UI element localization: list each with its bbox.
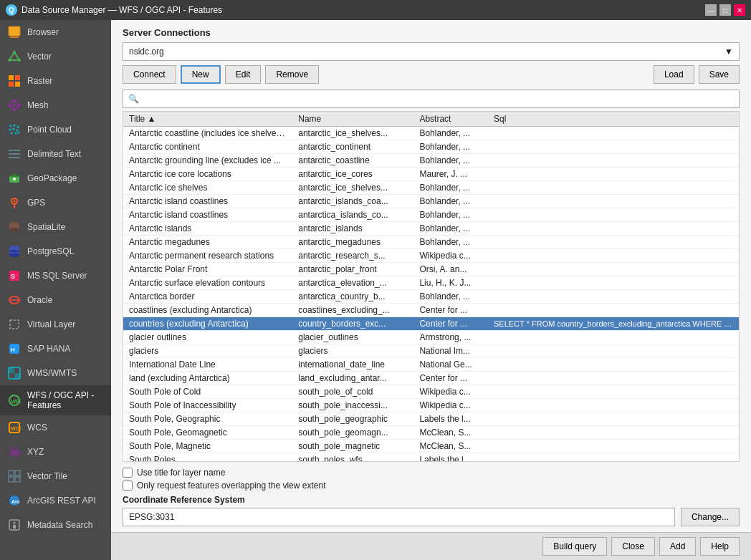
sidebar-item-arcgis[interactable]: ArcArcGIS REST API	[0, 488, 111, 513]
row-name: south_pole_of_cold	[292, 385, 413, 399]
sidebar-item-oracle[interactable]: Oracle	[0, 288, 111, 312]
table-row[interactable]: countries (excluding Antarctica)country_…	[123, 317, 739, 331]
table-row[interactable]: Antarctic island coastlinesantarctica_is…	[123, 208, 739, 222]
table-row[interactable]: South Pole, Geomagneticsouth_pole_geomag…	[123, 426, 739, 440]
sidebar-item-wmswmts[interactable]: WMS/WMTS	[0, 361, 111, 385]
table-row[interactable]: coastlines (excluding Antarctica)coastli…	[123, 304, 739, 317]
table-row[interactable]: Antarctic island coastlinesantarctic_isl…	[123, 195, 739, 208]
sidebar-item-browser[interactable]: Browser	[0, 20, 111, 44]
row-title: South Poles	[123, 453, 292, 463]
use-title-checkbox[interactable]	[123, 468, 133, 478]
build-query-button[interactable]: Build query	[542, 537, 607, 556]
sidebar-item-saphana[interactable]: HSAP HANA	[0, 337, 111, 361]
new-button[interactable]: New	[181, 65, 221, 84]
sidebar-label-mssql: MS SQL Server	[27, 271, 87, 281]
table-row[interactable]: Antarctic Polar Frontantarctic_polar_fro…	[123, 263, 739, 276]
row-abstract: Bohlander, ...	[413, 127, 488, 140]
sidebar-item-vectortile[interactable]: Vector Tile	[0, 464, 111, 488]
sidebar-item-wfsapi[interactable]: WFSWFS / OGC API - Features	[0, 385, 111, 415]
save-button[interactable]: Save	[699, 65, 740, 84]
svg-rect-22	[9, 150, 20, 151]
table-row[interactable]: Antarctic coastline (includes ice shelve…	[123, 127, 739, 140]
col-name[interactable]: Name	[292, 112, 413, 127]
sidebar-item-spatialite[interactable]: SpatiaLite	[0, 215, 111, 239]
sidebar-item-metadata[interactable]: Metadata Search	[0, 513, 111, 537]
remove-button[interactable]: Remove	[265, 65, 319, 84]
help-button[interactable]: Help	[700, 537, 740, 556]
close-button[interactable]: ✕	[734, 4, 745, 16]
section-header: Server Connections	[111, 20, 751, 42]
title-bar: Q Data Source Manager — WFS / OGC API - …	[0, 0, 751, 20]
table-row[interactable]: Antarctica borderantarctica_country_b...…	[123, 290, 739, 304]
row-name: international_date_line	[292, 358, 413, 372]
dropdown-arrow-icon: ▼	[724, 47, 733, 57]
sidebar-item-gps[interactable]: GPS	[0, 190, 111, 215]
only-request-checkbox[interactable]	[123, 481, 133, 491]
svg-rect-0	[9, 26, 20, 36]
sidebar-label-raster: Raster	[27, 76, 52, 86]
metadata-icon	[7, 518, 21, 532]
row-sql	[488, 195, 739, 208]
table-row[interactable]: Antarctic continentantarctic_continentBo…	[123, 140, 739, 154]
saphana-icon: H	[7, 342, 21, 356]
table-row[interactable]: South Pole, Magneticsouth_pole_magneticM…	[123, 440, 739, 453]
sidebar-label-gps: GPS	[27, 198, 45, 208]
table-row[interactable]: South Pole, Geographicsouth_pole_geograp…	[123, 412, 739, 426]
row-sql	[488, 208, 739, 222]
edit-button[interactable]: Edit	[225, 65, 262, 84]
row-sql	[488, 154, 739, 168]
row-abstract: Wikipedia c...	[413, 399, 488, 412]
sidebar-item-postgresql[interactable]: PostgreSQL	[0, 239, 111, 264]
add-button[interactable]: Add	[659, 537, 696, 556]
col-abstract[interactable]: Abstract	[413, 112, 488, 127]
table-row[interactable]: Antarctic ice core locationsantarctic_ic…	[123, 168, 739, 181]
table-row[interactable]: Antarctic grounding line (excludes ice .…	[123, 154, 739, 168]
close-footer-button[interactable]: Close	[611, 537, 655, 556]
svg-point-18	[16, 130, 19, 132]
maximize-button[interactable]: □	[719, 4, 731, 16]
row-abstract: Orsi, A. an...	[413, 263, 488, 276]
table-row[interactable]: land (excluding Antarctica)land_excludin…	[123, 372, 739, 385]
sidebar-label-postgresql: PostgreSQL	[27, 246, 74, 256]
svg-point-5	[18, 59, 21, 62]
table-row[interactable]: South Polessouth_poles_wfsLabels the l..…	[123, 453, 739, 463]
sidebar-item-mssql[interactable]: SMS SQL Server	[0, 264, 111, 288]
row-sql	[488, 440, 739, 453]
svg-rect-8	[9, 82, 14, 87]
load-button[interactable]: Load	[654, 65, 694, 84]
svg-point-4	[13, 51, 16, 54]
sidebar-item-vector[interactable]: Vector	[0, 44, 111, 69]
table-row[interactable]: South Pole of Coldsouth_pole_of_coldWiki…	[123, 385, 739, 399]
sidebar-item-virtual[interactable]: Virtual Layer	[0, 312, 111, 337]
table-row[interactable]: Antarctic islandsantarctic_islandsBohlan…	[123, 222, 739, 236]
sidebar-item-geopackage[interactable]: GeoPackage	[0, 166, 111, 190]
search-input[interactable]	[123, 90, 740, 108]
table-row[interactable]: glaciersglaciersNational Im...	[123, 344, 739, 358]
change-crs-button[interactable]: Change...	[681, 508, 740, 526]
sidebar-item-mesh[interactable]: Mesh	[0, 93, 111, 117]
connect-button[interactable]: Connect	[123, 65, 176, 84]
table-row[interactable]: Antarctic permanent research stationsant…	[123, 249, 739, 263]
table-row[interactable]: International Date Lineinternational_dat…	[123, 358, 739, 372]
row-title: glaciers	[123, 344, 292, 358]
col-title[interactable]: Title ▲	[123, 112, 292, 127]
minimize-button[interactable]: —	[705, 4, 717, 16]
svg-point-21	[18, 132, 20, 134]
col-sql[interactable]: Sql	[488, 112, 739, 127]
sidebar-item-delimited[interactable]: Delimited Text	[0, 142, 111, 166]
table-row[interactable]: Antarctic megadunesantarctic_megadunesBo…	[123, 236, 739, 249]
sidebar-item-wcs[interactable]: WCSWCS	[0, 415, 111, 440]
table-row[interactable]: glacier outlinesglacier_outlinesArmstron…	[123, 331, 739, 344]
sidebar-item-raster[interactable]: Raster	[0, 69, 111, 93]
svg-rect-23	[9, 153, 20, 155]
row-name: antarctic_islands_coa...	[292, 195, 413, 208]
arcgis-icon: Arc	[7, 493, 21, 508]
table-row[interactable]: South Pole of Inaccessibilitysouth_pole_…	[123, 399, 739, 412]
xyz-icon: XYZ	[7, 445, 21, 459]
server-dropdown[interactable]: nsidc.org ▼	[123, 42, 740, 61]
crs-value: EPSG:3031	[123, 508, 675, 526]
sidebar-item-pointcloud[interactable]: Point Cloud	[0, 117, 111, 142]
table-row[interactable]: Antarctic surface elevation contoursanta…	[123, 276, 739, 290]
sidebar-item-xyz[interactable]: XYZXYZ	[0, 440, 111, 464]
table-row[interactable]: Antarctic ice shelvesantarctic_ice_shelv…	[123, 181, 739, 195]
